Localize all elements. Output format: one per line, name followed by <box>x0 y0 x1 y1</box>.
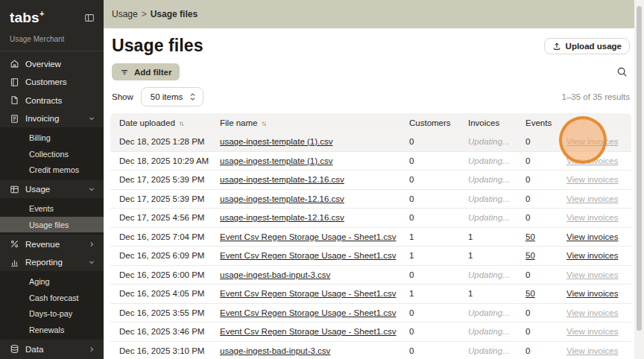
sidebar-nav: OverviewCustomersContractsInvoicingBilli… <box>0 51 104 359</box>
chevron-down-icon <box>88 115 95 122</box>
view-invoices-link[interactable]: View invoices <box>566 156 618 165</box>
cell-customers: 0 <box>409 194 468 203</box>
view-invoices-link[interactable]: View invoices <box>566 289 618 298</box>
cell-date-uploaded: Dec 16, 2025 6:09 PM <box>119 251 220 260</box>
cell-file-name: usage-ingest-template (1).csv <box>220 156 409 165</box>
sidebar-item-aging[interactable]: Aging <box>0 273 104 290</box>
cell-date-uploaded: Dec 16, 2025 6:00 PM <box>119 270 220 279</box>
file-name-link[interactable]: usage-ingest-template-12.16.csv <box>220 194 344 203</box>
column-header-invoices: Invoices <box>468 118 525 127</box>
table-row: Dec 18, 2025 1:28 PMusage-ingest-templat… <box>110 133 631 152</box>
cell-customers: 0 <box>409 308 468 317</box>
file-name-link[interactable]: Event Csv Regen Storage Usage - Sheet1.c… <box>220 251 397 260</box>
cell-customers: 0 <box>409 137 468 146</box>
breadcrumb-parent[interactable]: Usage <box>112 9 138 19</box>
view-invoices-link[interactable]: View invoices <box>566 213 618 222</box>
cell-actions: View invoices <box>566 346 631 355</box>
sidebar-item-events[interactable]: Events <box>0 200 104 217</box>
view-invoices-link[interactable]: View invoices <box>566 137 618 146</box>
cell-actions: View invoices <box>566 232 631 241</box>
upload-icon <box>552 42 561 51</box>
sidebar-item-billing[interactable]: Billing <box>0 130 104 146</box>
sidebar-item-days-to-pay[interactable]: Days-to-pay <box>0 305 104 322</box>
view-invoices-link[interactable]: View invoices <box>566 308 618 317</box>
table-row: Dec 16, 2025 7:04 PMEvent Csv Regen Stor… <box>110 228 631 247</box>
column-header-date-uploaded[interactable]: Date uploaded ↑↓ <box>119 118 220 127</box>
cell-actions: View invoices <box>566 156 631 165</box>
column-header-customers: Customers <box>409 118 468 127</box>
sidebar-item-cash-forecast[interactable]: Cash forecast <box>0 290 104 306</box>
sidebar-item-revenue[interactable]: Revenue <box>0 235 104 253</box>
page-size-select[interactable]: 50 items <box>141 87 203 107</box>
events-count-link[interactable]: 50 <box>525 289 535 298</box>
cell-events: 0 <box>525 327 566 336</box>
sidebar-item-label: Usage <box>25 185 82 194</box>
sidebar-item-label: Invoicing <box>25 114 82 123</box>
search-button[interactable] <box>616 66 628 77</box>
file-name-link[interactable]: Event Csv Regen Storage Usage - Sheet1.c… <box>220 308 397 317</box>
file-name-link[interactable]: Event Csv Regen Storage Usage - Sheet1.c… <box>220 289 397 298</box>
cell-customers: 1 <box>409 232 468 241</box>
view-invoices-link[interactable]: View invoices <box>566 251 618 260</box>
sidebar-item-invoicing[interactable]: Invoicing <box>0 109 104 128</box>
sidebar-item-renewals[interactable]: Renewals <box>0 322 104 338</box>
sidebar-item-contracts[interactable]: Contracts <box>0 91 104 109</box>
file-name-link[interactable]: usage-ingest-template-12.16.csv <box>220 213 344 222</box>
cell-invoices: Updating... <box>468 194 525 203</box>
sidebar-item-overview[interactable]: Overview <box>0 54 104 73</box>
cell-file-name: usage-ingest-bad-input-3.csv <box>220 270 409 279</box>
file-name-link[interactable]: usage-ingest-bad-input-3.csv <box>220 346 330 355</box>
upload-usage-button[interactable]: Upload usage <box>544 38 630 54</box>
breadcrumb-separator: > <box>142 9 147 19</box>
view-invoices-link[interactable]: View invoices <box>566 270 618 279</box>
cell-invoices: 1 <box>468 251 525 260</box>
book-icon <box>10 77 19 87</box>
sidebar-item-customers[interactable]: Customers <box>0 73 104 92</box>
cell-date-uploaded: Dec 18, 2025 1:28 PM <box>119 137 220 146</box>
cell-events: 0 <box>525 137 566 146</box>
chevron-right-icon <box>88 346 95 353</box>
chevron-down-icon <box>88 185 95 193</box>
sort-icon[interactable]: ↑↓ <box>262 119 266 127</box>
page-scrollbar[interactable] <box>634 0 644 359</box>
grid-icon <box>10 185 19 194</box>
cell-actions: View invoices <box>566 270 631 279</box>
view-invoices-link[interactable]: View invoices <box>566 327 618 336</box>
file-name-link[interactable]: usage-ingest-bad-input-3.csv <box>220 270 330 279</box>
sidebar-item-reporting[interactable]: Reporting <box>0 253 104 272</box>
sidebar-item-data[interactable]: Data <box>0 340 104 358</box>
table-row: Dec 18, 2025 10:29 AMusage-ingest-templa… <box>110 152 631 171</box>
sidebar-item-collections[interactable]: Collections <box>0 146 104 162</box>
file-name-link[interactable]: usage-ingest-template (1).csv <box>220 137 332 146</box>
scrollbar-thumb[interactable] <box>637 6 642 331</box>
column-header-file-name[interactable]: File name ↑↓ <box>220 118 409 127</box>
table-row: Dec 16, 2025 4:05 PMEvent Csv Regen Stor… <box>110 285 631 304</box>
sidebar-item-credit-memos[interactable]: Credit memos <box>0 162 104 178</box>
sidebar-collapse-icon[interactable] <box>84 13 95 23</box>
file-name-link[interactable]: Event Csv Regen Storage Usage - Sheet1.c… <box>220 232 397 241</box>
file-name-link[interactable]: usage-ingest-template (1).csv <box>220 156 332 165</box>
view-invoices-link[interactable]: View invoices <box>566 194 618 203</box>
sidebar-header: tabs+ <box>0 0 104 31</box>
file-name-link[interactable]: Event Csv Regen Storage Usage - Sheet1.c… <box>220 327 397 336</box>
view-invoices-link[interactable]: View invoices <box>566 175 618 184</box>
sidebar-item-usage[interactable]: Usage <box>0 180 104 199</box>
events-count-link[interactable]: 50 <box>525 232 535 241</box>
view-invoices-link[interactable]: View invoices <box>566 232 618 241</box>
cell-invoices: Updating... <box>468 327 525 336</box>
cell-invoices: Updating... <box>468 308 525 317</box>
cell-events: 0 <box>525 346 566 355</box>
add-filter-button[interactable]: Add filter <box>112 63 180 80</box>
sidebar-item-usage-files[interactable]: Usage files <box>0 217 104 233</box>
cell-actions: View invoices <box>566 327 631 336</box>
sort-icon[interactable]: ↑↓ <box>179 119 183 127</box>
file-name-link[interactable]: usage-ingest-template-12.16.csv <box>220 175 344 184</box>
events-count-link[interactable]: 50 <box>525 251 535 260</box>
upload-usage-label: Upload usage <box>566 42 622 51</box>
cell-file-name: Event Csv Regen Storage Usage - Sheet1.c… <box>220 308 409 317</box>
column-header-events: Events <box>525 118 566 127</box>
cell-customers: 0 <box>409 175 468 184</box>
chevron-updown-icon <box>189 92 196 101</box>
cell-date-uploaded: Dec 16, 2025 3:55 PM <box>119 308 220 317</box>
view-invoices-link[interactable]: View invoices <box>566 346 618 355</box>
